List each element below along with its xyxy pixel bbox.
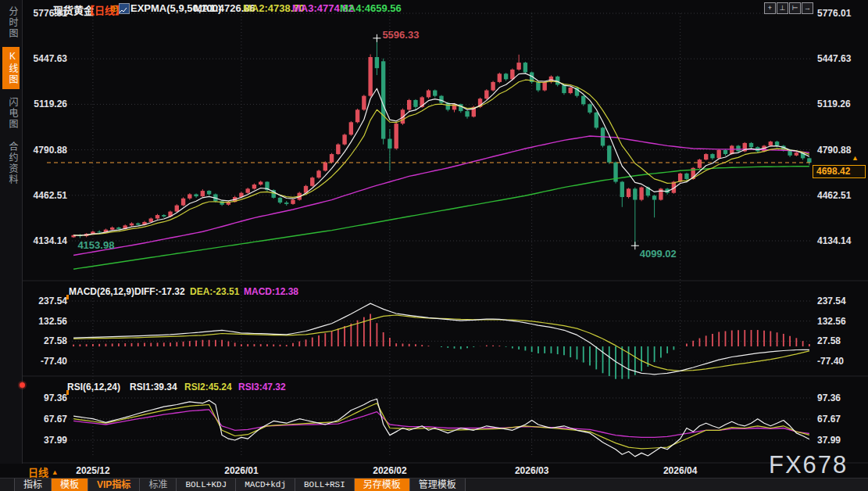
main-axis-tick-left: 4134.14 [27, 235, 67, 247]
candle [523, 63, 527, 72]
candle [504, 73, 508, 79]
rsi-axis-tick-right: 67.67 [817, 413, 841, 425]
macd-axis-tick-right: 237.54 [817, 295, 846, 307]
candle [536, 82, 540, 91]
toolbar-tab-2[interactable]: VIP指标 [88, 478, 140, 491]
candle [439, 96, 443, 103]
sidebar-item-3[interactable]: 合约资料 [2, 138, 20, 189]
candle [194, 194, 198, 196]
crosshair-icon[interactable]: + [764, 2, 776, 14]
candle [717, 150, 721, 159]
main-axis-tick-right: 5119.26 [817, 98, 851, 110]
chart-style-icon[interactable] [119, 3, 130, 14]
sidebar-item-2[interactable]: 闪电图 [2, 93, 20, 134]
rsi-title[interactable]: RSI(6,12,24) [67, 382, 120, 392]
pane-layout-down-icon[interactable]: ⊥ [777, 2, 788, 14]
candle [336, 145, 340, 154]
macd-axis-tick-left: 237.54 [27, 295, 67, 307]
price-arrow-icon: ▲ [852, 154, 859, 162]
candle [795, 152, 798, 156]
main-axis-tick-left: 5447.63 [27, 52, 67, 65]
toolbar-tab-0[interactable]: 指标 [14, 478, 52, 491]
toolbar-tab-5[interactable]: MACD+kdj [236, 478, 295, 491]
candle [775, 142, 779, 145]
toolbar-tab-8[interactable]: 管理模板 [410, 478, 466, 491]
period-label: 日线 [28, 467, 48, 478]
alert-dot-icon [20, 382, 25, 388]
watermark: FX678 [769, 451, 848, 479]
candle [355, 109, 359, 122]
main-axis-tick-left: 5776.01 [27, 7, 67, 20]
candle [97, 231, 101, 232]
sidebar: 分时图K线图闪电图合约资料 [0, 0, 23, 464]
pane-layout-side-icon[interactable]: ⊢ [789, 2, 801, 14]
macd-diff-value: DIFF:-17.32 [134, 286, 185, 297]
toolbar-tab-1[interactable]: 模板 [52, 478, 88, 491]
period-arrow-icon: ▲ [52, 468, 59, 476]
sidebar-item-1[interactable]: K线图 [2, 47, 20, 89]
toolbar-tab-7[interactable]: 另存模板 [355, 478, 410, 491]
candle [330, 154, 334, 163]
rsi1-value: RSI1:39.34 [130, 382, 177, 392]
candle [407, 100, 411, 109]
peak-price-annotation: 5596.33 [382, 29, 419, 41]
macd-axis-tick-right: -77.40 [817, 355, 844, 367]
macd-histogram [73, 314, 809, 379]
candle [639, 188, 643, 200]
main-axis-tick-right: 4462.51 [817, 189, 851, 202]
candle [175, 206, 179, 212]
candle [375, 57, 379, 68]
candle [136, 224, 140, 225]
candle [627, 188, 630, 197]
rsi3-value: RSI3:47.32 [238, 382, 286, 392]
x-axis-month-label: 2026/02 [365, 465, 415, 476]
toolbar-tab-4[interactable]: BOLL+KDJ [177, 478, 236, 491]
candle [542, 82, 546, 91]
start-low-annotation: 4153.98 [77, 239, 114, 251]
candle [110, 228, 114, 230]
toolbar-tab-3[interactable]: 标准 [140, 478, 177, 491]
candle [807, 158, 811, 163]
rsi2-value: RSI2:45.24 [184, 382, 232, 392]
candle [323, 163, 327, 171]
bottom-toolbar: 指标模板VIP指标标准BOLL+KDJMACD+kdjBOLL+RSI另存模板管… [0, 478, 868, 491]
main-axis-tick-right: 4790.88 [817, 144, 851, 156]
x-axis-month-label: 2025/12 [68, 465, 118, 476]
main-axis-tick-right: 5447.63 [817, 52, 851, 65]
macd-title[interactable]: MACD(26,12,9) [69, 286, 134, 297]
candle [278, 198, 282, 202]
macd-axis-tick-left: 132.56 [27, 315, 67, 328]
candle [245, 188, 249, 192]
candle [252, 185, 256, 188]
macd-dea-value: DEA:-23.51 [190, 286, 239, 297]
candle [607, 145, 611, 162]
macd-macd-value: MACD:12.38 [244, 286, 298, 297]
candle [259, 182, 263, 185]
rsi-lines [73, 399, 809, 457]
pane-layout-out-icon[interactable]: → [802, 2, 813, 14]
sidebar-item-0[interactable]: 分时图 [2, 2, 20, 43]
candle [620, 182, 624, 197]
candle [723, 150, 727, 154]
main-axis-tick-right: 5776.01 [817, 7, 851, 20]
chart-canvas[interactable] [0, 0, 868, 491]
macd-axis-tick-left: -77.40 [27, 355, 67, 367]
candle [394, 124, 398, 149]
candle [316, 170, 320, 177]
candle [736, 145, 740, 151]
x-axis-month-label: 2026/04 [655, 465, 705, 476]
toolbar-tab-6[interactable]: BOLL+RSI [295, 478, 355, 491]
candle [284, 202, 288, 204]
x-axis-month-label: 2026/03 [507, 465, 557, 476]
candle [569, 88, 573, 93]
candle [562, 84, 566, 93]
candle [652, 195, 656, 199]
candle [368, 57, 372, 96]
candle [595, 113, 598, 127]
candle [188, 194, 191, 198]
trough-price-annotation: 4099.02 [640, 248, 677, 260]
last-price-box[interactable]: 4698.42 [813, 165, 866, 178]
add-indicator-icon[interactable]: ⊕ [110, 2, 119, 14]
candle [769, 142, 773, 145]
macd-axis-tick-left: 27.58 [27, 335, 67, 347]
